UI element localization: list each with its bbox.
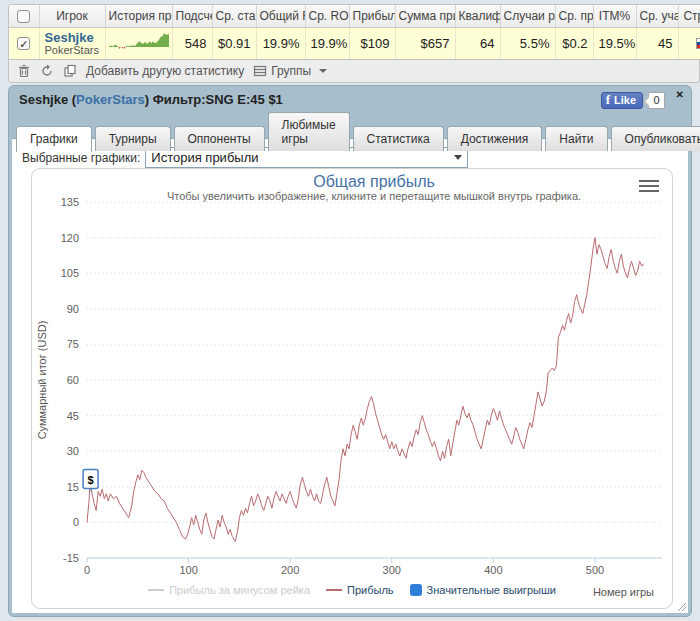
tab-tournaments[interactable]: Турниры — [95, 126, 171, 151]
sparkline-profit-area — [109, 33, 169, 47]
country-cell — [678, 28, 700, 60]
avg-prize-value: $0.2 — [555, 28, 593, 60]
player-name-link[interactable]: Seshjke — [45, 31, 100, 44]
qualifies-value: 64 — [455, 28, 500, 60]
legend-swatch-icon — [148, 589, 164, 591]
tab-find[interactable]: Найти — [545, 126, 607, 151]
x-tick-label: 500 — [586, 564, 604, 576]
y-tick-label: 60 — [67, 374, 79, 386]
graph-select-value: История прибыли — [151, 150, 258, 165]
x-tick-label: 400 — [484, 564, 502, 576]
profit-line-series — [87, 238, 644, 542]
col-prize-sum[interactable]: Сумма при: — [395, 5, 455, 28]
col-count[interactable]: Подсче — [172, 5, 212, 28]
facebook-like-widget: f Like 0 — [601, 92, 665, 109]
y-tick-label: 45 — [67, 410, 79, 422]
russia-flag-icon — [696, 38, 700, 49]
graph-select-label: Выбранные графики: — [22, 151, 140, 165]
y-tick-label: 90 — [67, 303, 79, 315]
y-tick-label: 15 — [67, 481, 79, 493]
chart-legend: Прибыль за минусом рейкаПрибыльЗначитель… — [32, 579, 672, 596]
panel-title-site-link[interactable]: PokerStars — [76, 92, 145, 107]
row-select-cell: ✓ — [9, 28, 39, 60]
col-itm[interactable]: ITM% — [593, 5, 636, 28]
add-statistic-button[interactable]: Добавить другую статистику — [86, 64, 244, 78]
tab-charts[interactable]: Графики — [16, 126, 92, 152]
table-row[interactable]: ✓ Seshjke PokerStars 548 $0.91 19.9% 19.… — [9, 28, 700, 60]
tab-statistics[interactable]: Статистика — [353, 126, 444, 151]
y-tick-label: 135 — [61, 196, 79, 208]
col-split-cases[interactable]: Случаи ра — [500, 5, 555, 28]
split-cases-value: 5.5% — [500, 28, 555, 60]
copy-icon[interactable] — [63, 64, 77, 78]
chevron-down-icon — [319, 69, 327, 73]
player-site-label: PokerStars — [45, 44, 100, 56]
legend-item-2[interactable]: Значительные выигрыши — [410, 584, 556, 596]
col-avg-entrants[interactable]: Ср. уча — [636, 5, 678, 28]
profit-sparkline — [108, 30, 170, 54]
flag-marker-label: $ — [88, 474, 94, 486]
player-cell: Seshjke PokerStars — [39, 28, 105, 60]
like-count-badge: 0 — [648, 92, 665, 109]
y-tick-label: 0 — [73, 516, 79, 528]
tab-publish[interactable]: Опубликовать — [611, 126, 700, 151]
sparkline-cell[interactable] — [105, 28, 172, 60]
avg-roi-value: 19.9% — [305, 28, 349, 60]
row-checkbox[interactable]: ✓ — [17, 37, 30, 50]
prize-sum-value: $657 — [395, 28, 455, 60]
select-all-checkbox[interactable] — [17, 10, 30, 23]
chart-menu-icon[interactable] — [639, 180, 659, 195]
avg-stake-value: $0.91 — [212, 28, 256, 60]
col-profit[interactable]: Прибыл — [349, 5, 395, 28]
refresh-icon[interactable] — [40, 64, 54, 78]
tab-opponents[interactable]: Оппоненты — [174, 126, 265, 151]
close-icon[interactable]: ✕ — [676, 89, 684, 100]
legend-label: Прибыль за минусом рейка — [169, 584, 310, 596]
delete-icon[interactable] — [17, 64, 31, 78]
sparkline-loss-area — [109, 47, 169, 49]
facebook-like-button[interactable]: f Like — [601, 92, 643, 109]
legend-swatch-icon — [410, 584, 422, 596]
y-tick-label: -15 — [63, 552, 79, 564]
facebook-logo-icon: f — [606, 92, 610, 108]
col-avg-prize[interactable]: Ср. пр — [555, 5, 593, 28]
col-country[interactable]: Стран — [678, 5, 700, 28]
y-tick-label: 30 — [67, 445, 79, 457]
player-stats-table: Игрок История приб Подсче Ср. ста Общий … — [8, 4, 700, 60]
y-tick-label: 105 — [61, 267, 79, 279]
col-total-roi[interactable]: Общий R — [256, 5, 305, 28]
col-profit-history[interactable]: История приб — [105, 5, 172, 28]
legend-item-1[interactable]: Прибыль — [326, 584, 394, 596]
stats-header-row: Игрок История приб Подсче Ср. ста Общий … — [9, 5, 700, 28]
x-tick-label: 300 — [383, 564, 401, 576]
tab-achievements[interactable]: Достижения — [447, 126, 543, 151]
panel-title: Seshjke (PokerStars) Фильтр:SNG E:45 $1 — [9, 86, 691, 107]
select-all-header[interactable] — [9, 5, 39, 28]
groups-button[interactable]: Группы — [253, 64, 327, 78]
player-detail-panel: ✕ f Like 0 Seshjke (PokerStars) Фильтр:S… — [8, 85, 692, 617]
profit-chart[interactable]: Общая прибыльЧтобы увеличить изображение… — [31, 168, 673, 609]
legend-swatch-icon — [326, 589, 342, 591]
chart-footer: Прибыль за минусом рейкаПрибыльЗначитель… — [32, 579, 672, 607]
col-qualifies[interactable]: Квалифи — [455, 5, 500, 28]
resize-grip[interactable] — [675, 600, 687, 612]
col-avg-roi[interactable]: Ср. ROI — [305, 5, 349, 28]
chart-plot-area[interactable]: Общая прибыльЧтобы увеличить изображение… — [32, 169, 672, 579]
avg-entrants-value: 45 — [636, 28, 678, 60]
tab-content: Выбранные графики: История прибыли Общая… — [12, 138, 688, 613]
legend-item-0[interactable]: Прибыль за минусом рейка — [148, 584, 310, 596]
table-toolbar: Добавить другую статистику Группы — [8, 60, 700, 83]
groups-icon — [253, 64, 267, 78]
y-tick-label: 75 — [67, 338, 79, 350]
select-arrow-icon — [454, 155, 462, 160]
x-tick-label: 200 — [281, 564, 299, 576]
legend-label: Прибыль — [347, 584, 394, 596]
itm-value: 19.5% — [593, 28, 636, 60]
col-player[interactable]: Игрок — [39, 5, 105, 28]
total-roi-value: 19.9% — [256, 28, 305, 60]
col-avg-stake[interactable]: Ср. ста — [212, 5, 256, 28]
x-tick-label: 0 — [84, 564, 90, 576]
x-axis-title: Номер игры — [593, 586, 654, 598]
tab-favorite-games[interactable]: Любимые игры — [268, 112, 350, 151]
groups-label: Группы — [271, 64, 311, 78]
